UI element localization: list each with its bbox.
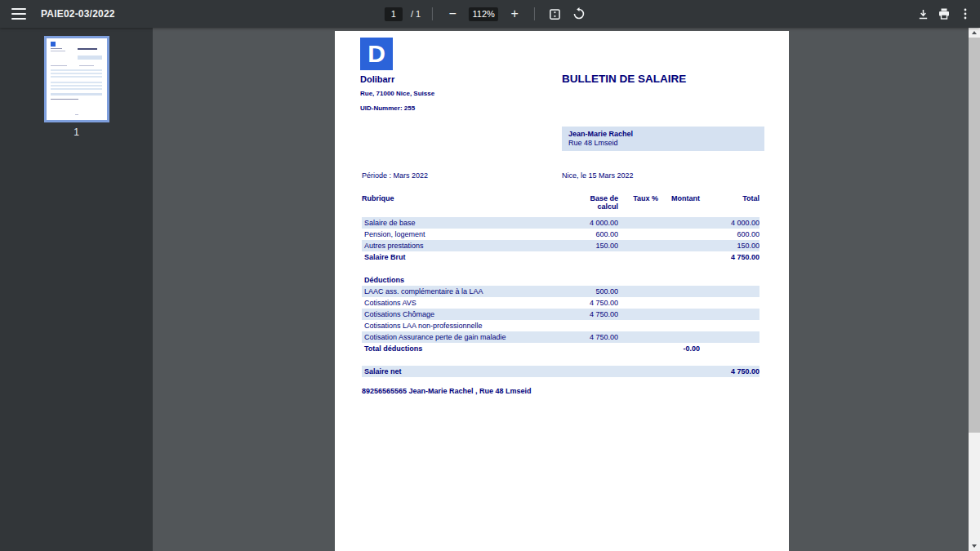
toolbar-divider — [432, 7, 433, 20]
table-row: LAAC ass. complémentaire à la LAA500.00 — [362, 286, 760, 297]
zoom-level-input[interactable] — [469, 7, 498, 21]
recipient-name: Jean-Marie Rachel — [568, 130, 758, 139]
table-header-row: Rubrique Base de calcul Taux % Montant T… — [362, 194, 760, 217]
pdf-viewer-area: D Dolibarr Rue, 71000 Nice, Suisse UID-N… — [153, 28, 980, 551]
period-label: Période : Mars 2022 — [362, 171, 428, 180]
col-header-montant: Montant — [658, 194, 700, 217]
spacer-row — [362, 354, 760, 366]
place-date: Nice, le 15 Mars 2022 — [562, 171, 634, 180]
scrollbar-thumb[interactable] — [969, 38, 980, 433]
col-header-total: Total — [700, 194, 760, 217]
document-heading: BULLETIN DE SALAIRE — [562, 73, 686, 85]
table-row: Salaire Brut4 750.00 — [362, 251, 760, 263]
scroll-up-arrow-icon[interactable] — [969, 28, 980, 38]
page-thumbnail-preview — [47, 38, 107, 120]
thumbnail-panel: 1 — [0, 28, 153, 551]
page-count-label: / 1 — [411, 9, 421, 19]
table-row: Déductions — [362, 274, 760, 286]
company-name: Dolibarr — [360, 74, 394, 84]
table-row: Cotisations Chômage4 750.00 — [362, 309, 760, 320]
table-row: Cotisation Assurance perte de gain malad… — [362, 331, 760, 343]
pdf-toolbar: PAIE02-03/2022 / 1 − + — [0, 0, 980, 28]
table-row: Salaire de base4 000.004 000.00 — [362, 217, 760, 229]
company-uid: UID-Nummer: 255 — [360, 104, 415, 112]
thumbnail-page-number: 1 — [74, 127, 79, 138]
download-icon[interactable] — [915, 6, 931, 22]
document-footer: 89256565565 Jean-Marie Rachel , Rue 48 L… — [362, 387, 532, 395]
menu-icon[interactable] — [11, 8, 26, 20]
col-header-base: Base de calcul — [541, 194, 618, 217]
recipient-box: Jean-Marie Rachel Rue 48 Lmseid — [562, 127, 764, 151]
rotate-ccw-icon[interactable] — [571, 6, 587, 22]
scroll-down-arrow-icon[interactable] — [969, 541, 980, 551]
page-number-input[interactable] — [385, 7, 403, 21]
table-row: Cotisations AVS4 750.00 — [362, 297, 760, 309]
col-header-rubrique: Rubrique — [362, 194, 541, 217]
page-thumbnail[interactable] — [44, 36, 109, 122]
pdf-page: D Dolibarr Rue, 71000 Nice, Suisse UID-N… — [335, 31, 789, 551]
fit-page-icon[interactable] — [546, 6, 563, 22]
salary-table: Rubrique Base de calcul Taux % Montant T… — [362, 194, 760, 377]
company-logo: D — [360, 38, 393, 70]
print-icon[interactable] — [936, 6, 952, 22]
table-row: Autres prestations150.00150.00 — [362, 240, 760, 251]
table-row: Pension, logement600.00600.00 — [362, 229, 760, 240]
vertical-scrollbar — [969, 28, 980, 551]
zoom-in-button[interactable]: + — [506, 6, 523, 22]
table-row: Salaire net4 750.00 — [362, 366, 760, 377]
company-address: Rue, 71000 Nice, Suisse — [360, 90, 434, 97]
table-row: Total déductions-0.00 — [362, 343, 760, 354]
recipient-address: Rue 48 Lmseid — [568, 139, 758, 148]
more-vert-icon[interactable] — [957, 6, 973, 22]
table-row: Cotisations LAA non-professionnelle — [362, 320, 760, 331]
document-title: PAIE02-03/2022 — [41, 8, 115, 20]
col-header-taux: Taux % — [618, 194, 658, 217]
salary-table-body: Salaire de base4 000.004 000.00Pension, … — [362, 217, 760, 377]
zoom-out-button[interactable]: − — [444, 6, 461, 22]
spacer-row — [362, 263, 760, 274]
toolbar-divider — [534, 7, 535, 20]
